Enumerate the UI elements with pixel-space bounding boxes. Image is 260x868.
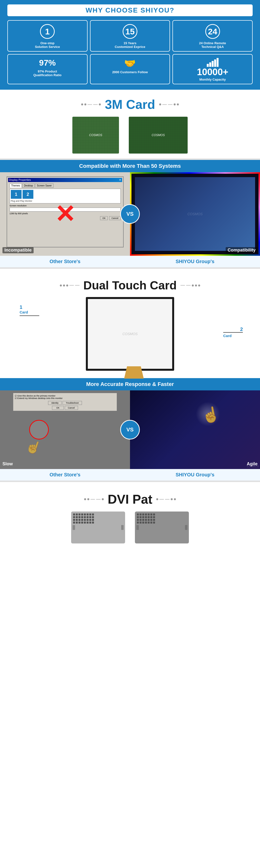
pin	[148, 519, 150, 521]
dot-line-left-dvi	[84, 498, 104, 500]
3m-title: 3M Card	[105, 97, 155, 112]
card2-line	[223, 332, 243, 333]
bar-2	[209, 62, 211, 67]
screen-sim: Display Properties ✕ Themes Desktop Scre…	[0, 172, 130, 256]
dot-line-right-dual	[181, 284, 200, 286]
dot	[102, 498, 104, 500]
pin	[140, 522, 142, 524]
store-labels: Other Store's SHIYOU Group's	[0, 256, 260, 267]
pin	[84, 519, 86, 521]
dash	[69, 285, 74, 286]
pin-row	[137, 522, 187, 524]
dot	[84, 498, 86, 500]
pin	[92, 514, 94, 516]
compat-bar: Compatible with More Than 50 Systems	[0, 160, 260, 172]
dot-line-right-dvi	[156, 498, 176, 500]
pin	[78, 522, 80, 524]
pin	[137, 516, 139, 518]
vs2-left: ☑ Give this device as the primary monito…	[0, 391, 130, 469]
dvi-title-row: DVI Pat	[5, 492, 255, 506]
pin	[142, 519, 144, 521]
vs-left: Display Properties ✕ Themes Desktop Scre…	[0, 172, 130, 256]
cancel-button[interactable]: Cancel	[109, 216, 120, 220]
dot-line-left	[81, 103, 101, 105]
why-label-10000: Monthly Capacity	[199, 78, 226, 81]
troubleshoot-btn[interactable]: Troubleshoot	[63, 401, 82, 405]
why-grid: 1 One-stop Solution Service 15 15 Years …	[7, 20, 253, 84]
why-card-10000: 10000+ Monthly Capacity	[173, 54, 253, 84]
dot	[171, 498, 173, 500]
slow-dialog-text: ☑ Give this device as the primary monito…	[14, 394, 116, 400]
cosmos-touch-label: COSMOS	[122, 332, 138, 336]
dvi-connector-2	[135, 512, 189, 544]
dot	[60, 284, 62, 286]
other-store-label: Other Store's	[0, 256, 130, 267]
pin	[150, 516, 152, 518]
tab-desktop[interactable]: Desktop	[22, 184, 35, 188]
pin	[81, 516, 83, 518]
pin	[86, 522, 88, 524]
ok-button[interactable]: OK	[100, 216, 108, 220]
pin	[153, 522, 155, 524]
pin	[153, 519, 155, 521]
pcb-board-1: COSMOS	[72, 117, 119, 154]
pin	[148, 522, 150, 524]
why-card-2000: 🤝 2000 Customers Follow	[90, 54, 170, 84]
dash	[90, 499, 95, 500]
dot	[156, 498, 158, 500]
why-number-24: 24	[205, 24, 220, 39]
tab-screensaver[interactable]: Screen Saver	[35, 184, 53, 188]
pin	[86, 514, 88, 516]
rgb-monitor-sim: COSMOS Compatibility	[130, 172, 260, 256]
incompatible-label: Incompatible	[2, 247, 34, 253]
pin	[78, 514, 80, 516]
dialog-title: Display Properties ✕	[8, 178, 122, 182]
pin	[153, 514, 155, 516]
3m-title-row: 3M Card	[5, 97, 255, 112]
vs2-right: ☝ Agile COSMOS	[130, 391, 260, 469]
bar-1	[207, 64, 209, 67]
dash	[75, 285, 79, 286]
pin	[148, 514, 150, 516]
bar-3	[212, 61, 214, 67]
circle-cursor	[29, 420, 49, 439]
finger-icon-right: ☝	[200, 405, 221, 425]
dot	[63, 284, 65, 286]
dvi2-screw-r	[185, 525, 187, 530]
pin	[137, 514, 139, 516]
monitor-screen: COSMOS	[135, 177, 255, 251]
dot-line-left-dual	[60, 284, 79, 286]
finger-icon-left: ☝	[24, 438, 43, 457]
dot	[66, 284, 68, 286]
pin	[89, 519, 91, 521]
monitor-num-2: 2	[23, 190, 33, 199]
pin	[92, 519, 94, 521]
why-number-10000: 10000+	[197, 67, 228, 76]
pin	[145, 519, 147, 521]
dvi-screw-r	[121, 525, 124, 530]
pin	[142, 522, 144, 524]
pin	[81, 519, 83, 521]
dialog-close-btn[interactable]: ✕	[119, 178, 121, 182]
card1-annotation: 1 Card	[20, 304, 39, 316]
dvi-connector-1	[71, 512, 125, 544]
pin	[145, 522, 147, 524]
slow-ok-btn[interactable]: OK	[52, 406, 64, 410]
pin	[76, 514, 78, 516]
why-number-15: 15	[123, 24, 137, 39]
identify-btn[interactable]: Identity	[48, 401, 62, 405]
why-section: WHY CHOOSE SHIYOU? 1 One-stop Solution S…	[0, 0, 260, 90]
dot	[174, 498, 176, 500]
tab-themes[interactable]: Themes	[9, 184, 22, 188]
card1-label: Card	[20, 310, 28, 314]
slow-cancel-btn[interactable]: Cancel	[65, 406, 78, 410]
pin-row	[73, 516, 123, 518]
bottom-padding	[0, 548, 260, 558]
dot	[192, 284, 194, 286]
cosmos-watermark: COSMOS	[187, 212, 202, 216]
dot	[177, 103, 179, 105]
card2-annotation: 2 Card	[223, 327, 243, 338]
pin	[84, 522, 86, 524]
shiyou-store-label-2: SHIYOU Group's	[130, 469, 260, 480]
pin	[153, 516, 155, 518]
